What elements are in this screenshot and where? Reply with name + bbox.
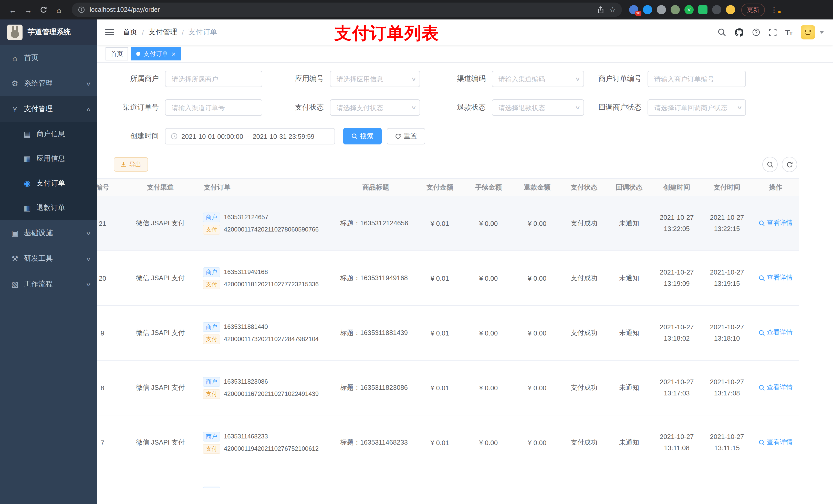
share-icon[interactable] <box>598 6 604 14</box>
extension-globe-icon[interactable] <box>657 5 666 14</box>
cell-actions: 查看详情 <box>752 306 799 360</box>
view-detail-link[interactable]: 查看详情 <box>759 274 792 283</box>
refund-status-select[interactable] <box>492 99 584 116</box>
title-value: 1635311823086 <box>360 384 408 391</box>
view-detail-link[interactable]: 查看详情 <box>759 329 792 337</box>
sidebar-item-workflow[interactable]: ▧ 工作流程 ∨ <box>0 271 97 297</box>
refresh-table-button[interactable] <box>782 157 797 172</box>
cell-create-time: 2021-10-27 13:11:08 <box>652 415 702 470</box>
help-icon[interactable] <box>752 28 760 37</box>
extension-drop-icon[interactable] <box>643 5 652 14</box>
home-icon[interactable]: ⌂ <box>52 3 66 16</box>
merchant-order-line: 商户 1635311949168 <box>203 267 334 277</box>
sidebar-item-merchant-info[interactable]: ▤ 商户信息 <box>0 122 97 146</box>
sidebar-item-pay-order[interactable]: ◉ 支付订单 <box>0 171 97 196</box>
view-detail-link[interactable]: 查看详情 <box>759 438 792 447</box>
field-label: 渠道编码 <box>420 74 492 83</box>
close-tab-icon[interactable]: × <box>172 50 175 57</box>
page-content: 所属商户 应用编号 ∨ 渠道编码 ∨ 商户订单编号 渠道订单号 支付状态 ∨ <box>97 63 833 504</box>
view-detail-link[interactable]: 查看详情 <box>759 383 792 392</box>
sidebar-item-dev-tools[interactable]: ⚒ 研发工具 ∨ <box>0 246 97 271</box>
avatar-caret-icon[interactable] <box>820 31 824 33</box>
merchant-select[interactable] <box>165 71 262 87</box>
merchant-order-line: 商户 1635311457136 <box>203 486 334 488</box>
extension-chat-icon[interactable] <box>698 5 708 14</box>
logo[interactable]: 芋道管理系统 <box>0 20 97 45</box>
fullscreen-icon[interactable] <box>769 28 777 36</box>
pay-date: 2021-10-27 <box>705 267 749 278</box>
download-icon <box>120 161 126 167</box>
browser-menu-icon[interactable]: ⋮ <box>769 6 779 14</box>
sidebar-item-label: 基础设施 <box>24 229 86 238</box>
site-info-icon[interactable] <box>78 6 85 13</box>
sidebar-item-payment[interactable]: ¥ 支付管理 ∧ <box>0 96 97 122</box>
tab-pay-order[interactable]: 支付订单 × <box>131 47 181 61</box>
extension-check-icon[interactable]: V <box>685 5 694 14</box>
sidebar-item-label: 商户信息 <box>37 129 90 139</box>
extension-face-icon[interactable] <box>726 5 735 14</box>
user-avatar[interactable] <box>801 25 815 40</box>
extension-circle-icon[interactable] <box>671 5 680 14</box>
pay-time: 13:18:10 <box>705 333 749 344</box>
breadcrumb-payment[interactable]: 支付管理 <box>148 28 177 37</box>
cell-title: 标题：1635311468233 <box>336 415 415 470</box>
sidebar-item-refund-order[interactable]: ▥ 退款订单 <box>0 196 97 220</box>
title-value: 1635312124656 <box>360 219 408 227</box>
forward-icon[interactable]: → <box>22 3 35 16</box>
address-bar[interactable]: localhost:1024/pay/order ☆ <box>72 3 622 17</box>
github-icon[interactable] <box>734 28 743 37</box>
extension-blocker-icon[interactable]: 10 <box>629 5 638 14</box>
cell-fee: ¥ 0.00 <box>464 251 513 306</box>
search-button[interactable]: 搜索 <box>343 128 382 144</box>
extension-puzzle-icon[interactable] <box>712 5 721 14</box>
cell-refund: ¥ 0.00 <box>513 306 562 360</box>
create-date: 2021-10-27 <box>655 212 699 223</box>
merchant-order-no: 1635311468233 <box>224 433 268 440</box>
filter-form: 所属商户 应用编号 ∨ 渠道编码 ∨ 商户订单编号 渠道订单号 支付状态 ∨ <box>97 63 833 144</box>
export-button[interactable]: 导出 <box>114 157 148 172</box>
reload-icon[interactable] <box>37 3 50 16</box>
channel-code-select[interactable] <box>492 71 584 87</box>
app-select[interactable] <box>330 71 420 87</box>
cell-notify: 未通知 <box>606 360 652 415</box>
sidebar-item-label: 应用信息 <box>37 154 90 163</box>
toggle-search-button[interactable] <box>762 157 778 172</box>
view-detail-label: 查看详情 <box>767 329 792 337</box>
back-icon[interactable]: ← <box>6 3 20 16</box>
breadcrumb-home[interactable]: 首页 <box>123 28 137 37</box>
sidebar-item-infra[interactable]: ▣ 基础设施 ∨ <box>0 220 97 246</box>
clock-icon <box>171 133 178 140</box>
collapse-sidebar-icon[interactable] <box>105 29 114 35</box>
tab-home[interactable]: 首页 <box>105 47 128 61</box>
sidebar-item-system[interactable]: ⚙ 系统管理 ∨ <box>0 71 97 96</box>
sidebar-item-app-info[interactable]: ▦ 应用信息 <box>0 146 97 171</box>
create-time-range-picker[interactable]: 2021-10-01 00:00:00 - 2021-10-31 23:59:5… <box>165 128 335 144</box>
update-button[interactable]: 更新 <box>741 3 765 16</box>
bookmark-star-icon[interactable]: ☆ <box>610 6 616 14</box>
font-size-icon[interactable]: TT <box>785 28 792 37</box>
cell-amount: ¥ 0.01 <box>415 360 464 415</box>
pay-badge: 支付 <box>203 444 220 454</box>
pay-order-no: 4200001167202110271022491439 <box>224 390 319 398</box>
cell-pay-order: 商户 1635311949168 支付 42000011812021102777… <box>199 251 336 306</box>
view-detail-link[interactable]: 查看详情 <box>759 219 792 228</box>
search-icon[interactable] <box>717 28 726 37</box>
table-row: 9 微信 JSAPI 支付 商户 1635311881440 支付 420000… <box>97 306 799 360</box>
pay-status-select[interactable] <box>330 99 420 116</box>
title-prefix: 标题： <box>340 219 360 227</box>
pay-time: 13:19:15 <box>705 278 749 289</box>
cell-title: 标题：1635311881439 <box>336 306 415 360</box>
merchant-order-no-input[interactable] <box>647 71 746 87</box>
merchant-order-line: 商户 1635312124657 <box>203 212 334 222</box>
cell-status <box>562 470 606 488</box>
sidebar-item-home[interactable]: ⌂ 首页 <box>0 45 97 71</box>
yen-icon: ¥ <box>10 105 20 114</box>
channel-order-no-input[interactable] <box>165 99 262 116</box>
cell-fee: ¥ 0.00 <box>464 415 513 470</box>
search-icon <box>767 161 773 168</box>
sidebar-item-label: 工作流程 <box>24 280 86 289</box>
notify-status-select[interactable] <box>647 99 746 116</box>
tab-label: 支付订单 <box>143 49 168 58</box>
reset-button[interactable]: 重置 <box>387 128 425 144</box>
view-detail-label: 查看详情 <box>767 274 792 283</box>
